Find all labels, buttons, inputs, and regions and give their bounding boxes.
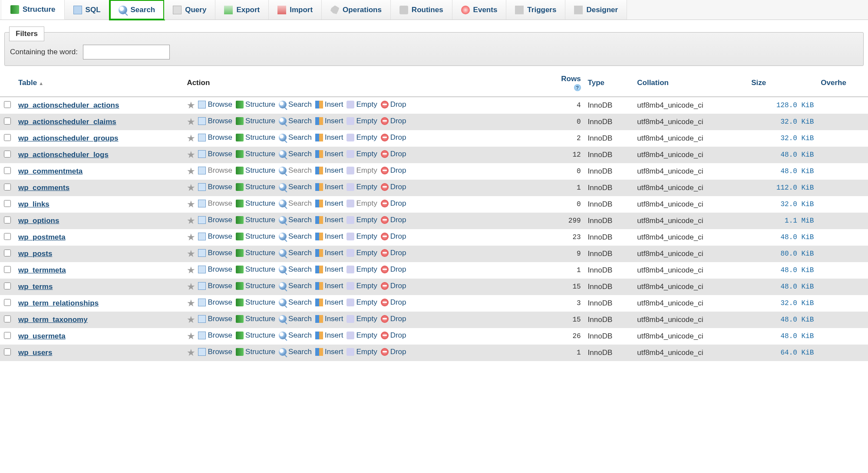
structure-link[interactable]: Structure [236,150,275,158]
drop-link[interactable]: Drop [381,199,406,208]
table-name-link[interactable]: wp_comments [18,184,69,192]
empty-link[interactable]: Empty [347,298,377,307]
browse-link[interactable]: Browse [198,150,232,158]
search-link[interactable]: Search [279,265,312,274]
structure-link[interactable]: Structure [236,117,275,125]
tab-events[interactable]: Events [452,0,507,20]
empty-link[interactable]: Empty [347,282,377,290]
structure-link[interactable]: Structure [236,315,275,323]
search-link[interactable]: Search [279,216,312,224]
empty-link[interactable]: Empty [347,100,377,109]
table-name-link[interactable]: wp_termmeta [18,266,66,274]
table-name-link[interactable]: wp_term_relationships [18,299,99,307]
drop-link[interactable]: Drop [381,298,406,307]
col-collation[interactable]: Collation [634,70,748,97]
structure-link[interactable]: Structure [236,331,275,340]
row-checkbox[interactable] [4,184,11,191]
insert-link[interactable]: Insert [315,117,343,125]
empty-link[interactable]: Empty [347,315,377,323]
row-checkbox[interactable] [4,315,11,322]
empty-link[interactable]: Empty [347,133,377,142]
browse-link[interactable]: Browse [198,100,232,109]
table-name-link[interactable]: wp_options [18,217,59,225]
row-checkbox[interactable] [4,282,11,289]
star-icon[interactable]: ★ [187,149,195,160]
col-type[interactable]: Type [584,70,634,97]
structure-link[interactable]: Structure [236,232,275,241]
star-icon[interactable]: ★ [187,116,195,127]
table-name-link[interactable]: wp_links [18,200,50,208]
tab-operations[interactable]: Operations [322,0,391,20]
star-icon[interactable]: ★ [187,166,195,177]
insert-link[interactable]: Insert [315,298,343,307]
drop-link[interactable]: Drop [381,315,406,323]
drop-link[interactable]: Drop [381,166,406,175]
insert-link[interactable]: Insert [315,265,343,274]
insert-link[interactable]: Insert [315,166,343,175]
star-icon[interactable]: ★ [187,314,195,325]
structure-link[interactable]: Structure [236,133,275,142]
table-name-link[interactable]: wp_posts [18,250,52,258]
empty-link[interactable]: Empty [347,199,377,208]
browse-link[interactable]: Browse [198,315,232,323]
containing-word-input[interactable] [83,45,170,59]
browse-link[interactable]: Browse [198,199,232,208]
star-icon[interactable]: ★ [187,182,195,193]
drop-link[interactable]: Drop [381,117,406,125]
search-link[interactable]: Search [279,249,312,257]
drop-link[interactable]: Drop [381,348,406,356]
search-link[interactable]: Search [279,166,312,175]
help-icon[interactable]: ? [574,84,581,91]
row-checkbox[interactable] [4,332,11,339]
empty-link[interactable]: Empty [347,216,377,224]
drop-link[interactable]: Drop [381,100,406,109]
search-link[interactable]: Search [279,331,312,340]
empty-link[interactable]: Empty [347,331,377,340]
empty-link[interactable]: Empty [347,166,377,175]
star-icon[interactable]: ★ [187,133,195,144]
drop-link[interactable]: Drop [381,331,406,340]
drop-link[interactable]: Drop [381,249,406,257]
drop-link[interactable]: Drop [381,183,406,191]
insert-link[interactable]: Insert [315,331,343,340]
row-checkbox[interactable] [4,299,11,306]
star-icon[interactable]: ★ [187,298,195,309]
tab-triggers[interactable]: Triggers [506,0,565,20]
row-checkbox[interactable] [4,250,11,256]
structure-link[interactable]: Structure [236,100,275,109]
search-link[interactable]: Search [279,315,312,323]
search-link[interactable]: Search [279,100,312,109]
drop-link[interactable]: Drop [381,133,406,142]
tab-export[interactable]: Export [215,0,269,20]
row-checkbox[interactable] [4,217,11,223]
structure-link[interactable]: Structure [236,282,275,290]
tab-import[interactable]: Import [269,0,322,20]
row-checkbox[interactable] [4,134,11,141]
structure-link[interactable]: Structure [236,183,275,191]
insert-link[interactable]: Insert [315,282,343,290]
search-link[interactable]: Search [279,232,312,241]
empty-link[interactable]: Empty [347,265,377,274]
structure-link[interactable]: Structure [236,166,275,175]
table-name-link[interactable]: wp_actionscheduler_groups [18,134,119,142]
star-icon[interactable]: ★ [187,281,195,292]
empty-link[interactable]: Empty [347,183,377,191]
browse-link[interactable]: Browse [198,331,232,340]
search-link[interactable]: Search [279,117,312,125]
row-checkbox[interactable] [4,167,11,174]
tab-routines[interactable]: Routines [391,0,452,20]
structure-link[interactable]: Structure [236,199,275,208]
col-size[interactable]: Size [748,70,817,97]
empty-link[interactable]: Empty [347,232,377,241]
structure-link[interactable]: Structure [236,249,275,257]
star-icon[interactable]: ★ [187,265,195,276]
table-name-link[interactable]: wp_postmeta [18,233,66,241]
insert-link[interactable]: Insert [315,232,343,241]
browse-link[interactable]: Browse [198,133,232,142]
table-name-link[interactable]: wp_terms [18,282,53,291]
browse-link[interactable]: Browse [198,348,232,356]
tab-sql[interactable]: SQL [65,0,110,20]
col-rows[interactable]: Rows ? [543,70,584,97]
browse-link[interactable]: Browse [198,117,232,125]
table-name-link[interactable]: wp_usermeta [18,332,66,340]
